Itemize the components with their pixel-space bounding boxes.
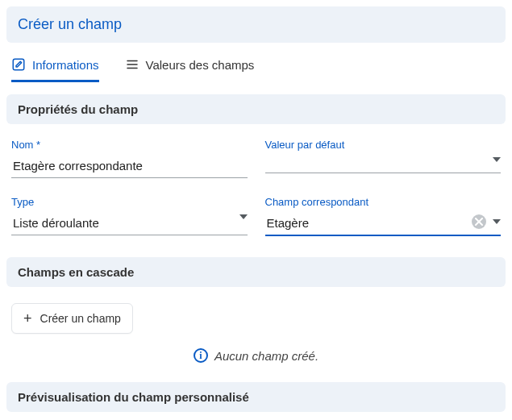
clear-button[interactable] <box>472 214 486 229</box>
adornments <box>239 214 248 219</box>
field-label: Nom * <box>11 139 248 151</box>
edit-icon <box>11 57 26 72</box>
field-label: Valeur par défaut <box>265 139 502 151</box>
field-type: Type Liste déroulante <box>11 196 248 236</box>
page-title: Créer un champ <box>18 16 122 32</box>
tab-label: Valeurs des champs <box>146 58 255 72</box>
page-title-bar: Créer un champ <box>6 6 506 43</box>
section-header-properties: Propriétés du champ <box>6 94 506 124</box>
type-select[interactable]: Liste déroulante <box>11 213 248 235</box>
field-corresponding: Champ correspondant Etagère <box>265 196 502 236</box>
section-header-cascade: Champs en cascade <box>6 257 506 287</box>
corresponding-select[interactable]: Etagère <box>265 213 502 236</box>
chevron-down-icon <box>493 219 501 224</box>
plus-icon: + <box>23 313 32 324</box>
create-field-button[interactable]: + Créer un champ <box>11 303 133 334</box>
empty-state: i Aucun champ créé. <box>11 334 501 376</box>
chevron-down-icon <box>239 214 248 219</box>
field-label: Type <box>11 196 248 208</box>
field-value: Etagère <box>267 216 310 230</box>
adornments <box>493 157 501 162</box>
cascade-area: + Créer un champ i Aucun champ créé. <box>6 293 506 382</box>
field-value: Liste déroulante <box>13 216 99 230</box>
section-title: Champs en cascade <box>18 265 134 279</box>
button-label: Créer un champ <box>40 312 121 325</box>
field-label: Champ correspondant <box>265 196 502 208</box>
field-default-value: Valeur par défaut <box>265 139 502 178</box>
tab-informations[interactable]: Informations <box>11 51 99 82</box>
field-value: Etagère correspondante <box>13 159 143 173</box>
properties-form: Nom * Etagère correspondante Valeur par … <box>6 131 506 257</box>
list-icon <box>125 57 139 72</box>
default-value-select[interactable] <box>265 156 502 173</box>
adornments <box>472 214 501 229</box>
empty-text: Aucun champ créé. <box>214 349 318 363</box>
info-icon: i <box>194 348 208 363</box>
tab-strip: Informations Valeurs des champs <box>6 51 506 83</box>
chevron-down-icon <box>493 157 501 162</box>
field-name: Nom * Etagère correspondante <box>11 139 248 178</box>
svg-rect-0 <box>13 59 24 70</box>
section-title: Propriétés du champ <box>18 102 138 116</box>
tab-field-values[interactable]: Valeurs des champs <box>125 51 255 82</box>
name-input[interactable]: Etagère correspondante <box>11 156 248 178</box>
close-icon <box>475 218 483 226</box>
section-header-preview: Prévisualisation du champ personnalisé <box>6 382 506 412</box>
section-title: Prévisualisation du champ personnalisé <box>18 390 249 404</box>
tab-label: Informations <box>32 58 99 72</box>
